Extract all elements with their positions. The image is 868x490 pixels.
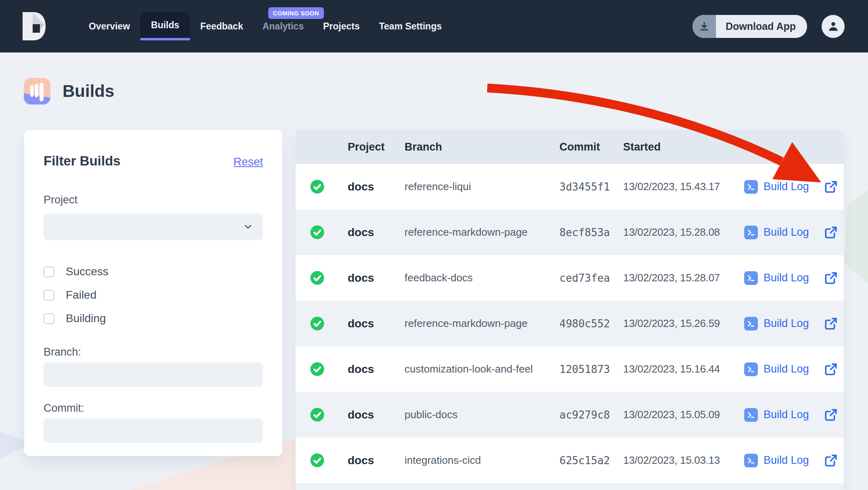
branch-cell: reference-liqui xyxy=(405,180,558,193)
app-logo-icon[interactable] xyxy=(23,12,48,40)
external-link-icon[interactable] xyxy=(824,454,844,467)
external-link-icon[interactable] xyxy=(824,271,844,285)
started-cell: 13/02/2023, 15.16.44 xyxy=(622,363,741,375)
success-status-icon xyxy=(310,316,324,331)
started-cell: 13/02/2023, 15.43.17 xyxy=(622,180,741,193)
branch-column-header: Branch xyxy=(405,141,558,153)
user-avatar[interactable] xyxy=(822,15,845,38)
top-nav: Overview Builds Feedback COMING SOON Ana… xyxy=(0,0,868,52)
building-checkbox-box[interactable] xyxy=(44,313,54,324)
nav-right-actions: Download App xyxy=(693,15,845,38)
terminal-icon xyxy=(744,317,758,331)
table-row: docs reference-markdown-page 4980c552 13… xyxy=(296,301,844,346)
project-cell: docs xyxy=(338,363,405,376)
build-log-link[interactable]: Build Log xyxy=(744,180,814,194)
external-link-icon[interactable] xyxy=(824,317,844,331)
external-link-icon[interactable] xyxy=(824,408,844,422)
nav-item-builds[interactable]: Builds xyxy=(140,12,190,40)
terminal-icon xyxy=(744,408,758,422)
terminal-icon xyxy=(744,271,758,285)
build-log-label: Build Log xyxy=(764,180,809,193)
status-filter-group: Success Failed Building xyxy=(44,265,263,325)
table-row: docs feedback-docs ced73fea 13/02/2023, … xyxy=(296,255,844,301)
nav-item-overview[interactable]: Overview xyxy=(79,0,140,52)
started-cell: 13/02/2023, 15.03.13 xyxy=(622,454,741,467)
build-log-label: Build Log xyxy=(764,226,809,239)
project-cell: docs xyxy=(338,454,405,467)
build-log-link[interactable]: Build Log xyxy=(744,362,814,376)
success-status-icon xyxy=(310,453,324,467)
nav-item-team-settings[interactable]: Team Settings xyxy=(369,0,452,52)
nav-item-feedback[interactable]: Feedback xyxy=(191,0,253,52)
commit-column-header: Commit xyxy=(558,141,622,153)
build-log-label: Build Log xyxy=(764,454,809,467)
nav-item-projects[interactable]: Projects xyxy=(313,0,369,52)
filter-panel: Filter Builds Reset Project Success Fail… xyxy=(24,130,282,456)
project-cell: docs xyxy=(338,272,405,285)
table-row: docs customization-look-and-feel 1205187… xyxy=(296,346,844,392)
success-status-icon xyxy=(310,271,324,285)
table-header-row: Project Branch Commit Started xyxy=(296,130,844,164)
commit-cell: 4980c552 xyxy=(558,318,622,330)
branch-filter-label: Branch: xyxy=(44,346,263,358)
branch-cell: reference-markdown-page xyxy=(405,226,558,239)
terminal-icon xyxy=(744,226,758,239)
terminal-icon xyxy=(744,362,758,376)
build-log-link[interactable]: Build Log xyxy=(744,454,814,467)
page-title: Builds xyxy=(63,82,114,101)
checkbox-building[interactable]: Building xyxy=(44,312,263,325)
builds-page-icon xyxy=(24,78,50,105)
terminal-icon xyxy=(744,180,758,194)
build-log-link[interactable]: Build Log xyxy=(744,408,814,422)
build-log-link[interactable]: Build Log xyxy=(744,271,814,285)
terminal-icon xyxy=(744,454,758,467)
building-checkbox-label: Building xyxy=(66,312,106,325)
project-label: Project xyxy=(44,194,263,206)
project-cell: docs xyxy=(338,408,405,421)
build-log-label: Build Log xyxy=(764,408,809,421)
branch-cell: customization-look-and-feel xyxy=(405,363,558,375)
commit-input[interactable] xyxy=(44,419,263,443)
download-app-button[interactable]: Download App xyxy=(693,15,807,38)
project-cell: docs xyxy=(338,317,405,330)
failed-checkbox-label: Failed xyxy=(66,289,96,302)
checkbox-success[interactable]: Success xyxy=(44,265,263,278)
success-checkbox-box[interactable] xyxy=(44,266,54,277)
build-log-label: Build Log xyxy=(764,363,809,375)
started-cell: 13/02/2023, 15.28.07 xyxy=(622,272,741,284)
main-navigation: Overview Builds Feedback COMING SOON Ana… xyxy=(79,0,451,52)
app-window: Overview Builds Feedback COMING SOON Ana… xyxy=(0,0,868,490)
table-row: docs public-docs ac9279c8 13/02/2023, 15… xyxy=(296,392,844,438)
branch-cell: public-docs xyxy=(405,408,558,421)
project-cell: docs xyxy=(338,226,405,239)
commit-cell: 3d3455f1 xyxy=(558,181,622,193)
checkbox-failed[interactable]: Failed xyxy=(44,289,263,302)
branch-cell: integrations-cicd xyxy=(405,454,558,467)
build-log-link[interactable]: Build Log xyxy=(744,226,814,239)
table-row: docs reference-liqui 3d3455f1 13/02/2023… xyxy=(296,164,844,209)
success-status-icon xyxy=(310,225,324,239)
branch-input[interactable] xyxy=(44,362,263,387)
project-column-header: Project xyxy=(338,141,405,153)
external-link-icon[interactable] xyxy=(824,226,844,239)
reset-filters-link[interactable]: Reset xyxy=(234,155,263,168)
project-cell: docs xyxy=(338,180,405,193)
branch-cell: reference-markdown-page xyxy=(405,317,558,330)
started-cell: 13/02/2023, 15.26.59 xyxy=(622,317,741,330)
download-app-label: Download App xyxy=(716,15,807,38)
branch-cell: feedback-docs xyxy=(405,272,558,284)
download-icon xyxy=(693,15,716,38)
external-link-icon[interactable] xyxy=(824,362,844,376)
build-log-label: Build Log xyxy=(764,272,809,284)
external-link-icon[interactable] xyxy=(824,180,844,194)
page-header: Builds xyxy=(24,78,114,105)
builds-table: Project Branch Commit Started docs refer… xyxy=(296,130,844,490)
success-status-icon xyxy=(310,408,324,422)
commit-cell: ac9279c8 xyxy=(558,409,622,421)
chevron-down-icon xyxy=(243,222,253,232)
nav-item-analytics[interactable]: Analytics xyxy=(253,0,313,52)
project-select[interactable] xyxy=(44,214,263,240)
build-log-link[interactable]: Build Log xyxy=(744,317,814,331)
commit-filter-label: Commit: xyxy=(44,402,263,415)
failed-checkbox-box[interactable] xyxy=(44,290,54,301)
